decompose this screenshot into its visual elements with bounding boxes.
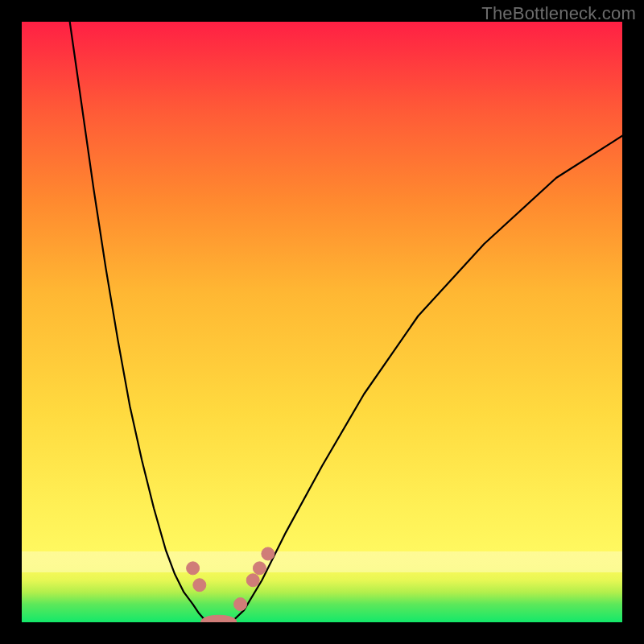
left-upper-dot: [187, 562, 200, 575]
right-mid1-dot: [246, 574, 259, 587]
left-lower-dot: [193, 579, 206, 592]
markers: [187, 547, 275, 622]
right-low-dot: [234, 598, 247, 611]
curve-right: [232, 136, 622, 622]
chart-frame: TheBottleneck.com: [0, 0, 644, 644]
bottom-oval: [201, 615, 237, 622]
curve-left: [70, 22, 208, 621]
right-mid2-dot: [253, 562, 266, 575]
watermark-text: TheBottleneck.com: [481, 3, 636, 24]
right-high-dot: [262, 547, 275, 560]
plot-area: [22, 22, 622, 622]
curve-overlay: [22, 22, 622, 622]
